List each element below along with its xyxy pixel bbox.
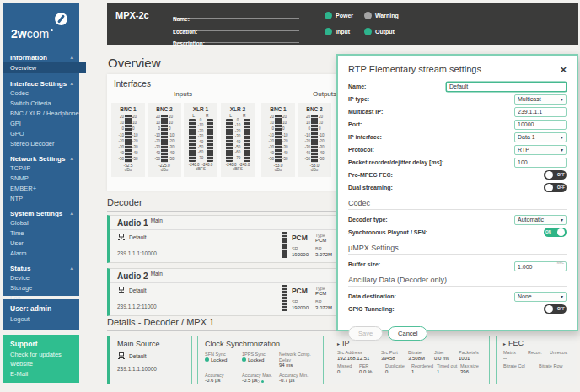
nav-header-system-settings[interactable]: System Settings^ (10, 210, 79, 217)
field-label: Pro-MPEG FEC: (348, 172, 544, 178)
gpio-tunneling-toggle[interactable]: OFF (544, 304, 567, 314)
fec-stats-card: ▸FEC Matrix-- Recov. Unrecov. Bitrate Co… (496, 336, 577, 384)
field-label: IP type: (348, 96, 514, 102)
src-port-stat: Src Port39458 (381, 350, 408, 361)
audio-1-title: Audio 1Main (110, 216, 339, 230)
type-stat: TypePCM (315, 286, 332, 297)
dot-icon[interactable] (257, 380, 260, 383)
field-label: IP interface: (348, 134, 514, 140)
matrix-stat: Matrix-- (503, 350, 528, 361)
sidebar-item-switch-criteria[interactable]: Switch Criteria (10, 98, 79, 108)
name-field[interactable]: Name: (173, 9, 299, 19)
sidebar-item-bnc-xlr-headphone[interactable]: BNC / XLR / Headphone (10, 108, 79, 118)
data-destination-row: Data destination: None▾ (348, 290, 567, 303)
sidebar-item-tcpip[interactable]: TCP/IP (10, 163, 79, 173)
sidebar-item-time[interactable]: Time (10, 228, 79, 238)
stream-source-item[interactable]: Default (117, 352, 185, 360)
main-source-title: Main Source (117, 340, 185, 348)
nav-header-network-settings[interactable]: Network Settings^ (10, 155, 79, 163)
name-input[interactable] (446, 82, 567, 92)
protocol-select[interactable]: RTP▾ (514, 145, 567, 155)
stream-source-item[interactable]: Default (117, 233, 147, 241)
sidebar-item-user[interactable]: User (10, 238, 79, 248)
logout-link[interactable]: Logout (10, 315, 72, 323)
sfn-sync-stat: SFN SyncLocked (205, 352, 242, 368)
multicast-ip-input[interactable] (514, 107, 567, 117)
power-led: Power (325, 12, 364, 19)
dual-streaming-toggle[interactable]: OFF (544, 183, 567, 192)
meter-scale: 20 10 0 -10 -20 -30 -40 -50 (282, 114, 291, 163)
user-name: User: admin (10, 304, 72, 313)
type-stat: TypePCM (315, 233, 332, 244)
data-destination-select[interactable]: None▾ (514, 292, 567, 302)
input-meter-bnc-2: BNC 2 20 10 0 -10 -20 -30 -40 -5020 10 0… (148, 103, 181, 177)
meter-unit: dBu (298, 168, 331, 172)
bitrate-row-stat: Bitrate Row (539, 363, 562, 369)
sidebar-item-codec[interactable]: Codec (10, 88, 79, 98)
bitrate-stat: Bitrate3.508M (408, 350, 434, 361)
packet-reorder-input[interactable] (514, 158, 567, 168)
meter-name: BNC 1 (111, 106, 145, 112)
field-label: Name: (348, 83, 446, 89)
nav-header-interface-settings[interactable]: Interface Settings^ (10, 80, 79, 88)
sidebar-item-snmp[interactable]: SNMP (10, 173, 79, 183)
dual-streaming-row: Dual streaming: OFF (348, 181, 567, 194)
sidebar-item-alarm[interactable]: Alarm (10, 248, 79, 258)
nav-section-interface-settings: Interface Settings^ Codec Switch Criteri… (10, 80, 79, 148)
level-mini-meter (282, 232, 287, 258)
nav-header-information[interactable]: Information^ (10, 54, 79, 62)
stream-source-item[interactable]: Default (117, 286, 147, 294)
ip-type-select[interactable]: Multicast▾ (514, 94, 567, 105)
main-source-card: Main Source Default 239.1.1.1:10000 (107, 336, 192, 384)
ip-interface-select[interactable]: Data 1▾ (514, 132, 567, 142)
location-field[interactable]: Location: (173, 22, 299, 31)
meter-bar (207, 119, 213, 162)
field-label: Protocol: (348, 147, 514, 153)
nav-section-network-settings: Network Settings^ TCP/IP SNMP EMBER+ NTP (10, 155, 79, 203)
sync-playout-sfn-toggle[interactable]: ON (544, 228, 567, 237)
field-label: Dual streaming: (348, 185, 544, 191)
sidebar-item-device[interactable]: Device (10, 272, 79, 282)
chevron-up-icon: ^ (70, 212, 73, 217)
toggle-knob (545, 305, 553, 313)
meter-unit: dBu (111, 168, 145, 172)
network-stream-icon (117, 233, 126, 241)
dot-icon[interactable] (261, 380, 264, 383)
cancel-button[interactable]: Cancel (388, 326, 427, 341)
timed-out-stat: Timed out1 (437, 363, 460, 374)
sidebar-item-ntp[interactable]: NTP (10, 193, 79, 203)
accuracy-stat: Accuracy-0.6 µs (205, 373, 242, 384)
sync-playout-row: Synchronous Playout / SFN: ON (348, 226, 567, 239)
multicast-ip-row: Multicast IP: (348, 105, 567, 118)
description-field[interactable]: Description: (173, 34, 299, 43)
meter-name: XLR 2 (221, 106, 255, 112)
codec-badge: PCM (292, 234, 309, 242)
warning-led: Warning (364, 12, 404, 19)
port-input[interactable] (514, 120, 567, 130)
meter-scale: 20 10 0 -10 -20 -30 -40 -50 (132, 114, 141, 163)
sidebar-item-storage[interactable]: Storage (10, 282, 79, 293)
sr-stat: SR192000 (292, 299, 309, 310)
close-icon[interactable]: × (560, 65, 567, 74)
website-link[interactable]: Website (10, 360, 72, 368)
input-meter-bnc-1: BNC 1 20 10 0 -10 -20 -30 -40 -5020 10 0… (111, 103, 145, 177)
sidebar-item-overview[interactable]: Overview (3, 62, 86, 73)
sidebar-item-gpo[interactable]: GPO (10, 128, 79, 138)
nav-section-information: Information^ Overview (10, 54, 79, 73)
name-field-label: Name: (173, 16, 190, 22)
check-for-updates-link[interactable]: Check for updates (10, 351, 72, 358)
sidebar-item-stereo-decoder[interactable]: Stereo Decoder (10, 138, 79, 148)
sidebar-item-gpi[interactable]: GPI (10, 118, 79, 128)
carousel-dots[interactable] (257, 380, 264, 383)
stream-source-name: Default (129, 353, 147, 359)
chevron-down-icon: ▾ (561, 134, 563, 140)
pro-mpeg-fec-toggle[interactable]: OFF (544, 170, 567, 180)
email-link[interactable]: E-Mail (10, 370, 72, 378)
dialog-title: RTP Elementary stream settings (348, 64, 481, 74)
sidebar-item-ember[interactable]: EMBER+ (10, 183, 79, 193)
decoder-type-select[interactable]: Automatic▾ (514, 215, 567, 225)
nav-header-status[interactable]: Status^ (10, 265, 79, 272)
sidebar-item-global[interactable]: Global (10, 217, 79, 228)
save-button[interactable]: Save (348, 326, 383, 341)
led-green-icon (364, 28, 372, 35)
